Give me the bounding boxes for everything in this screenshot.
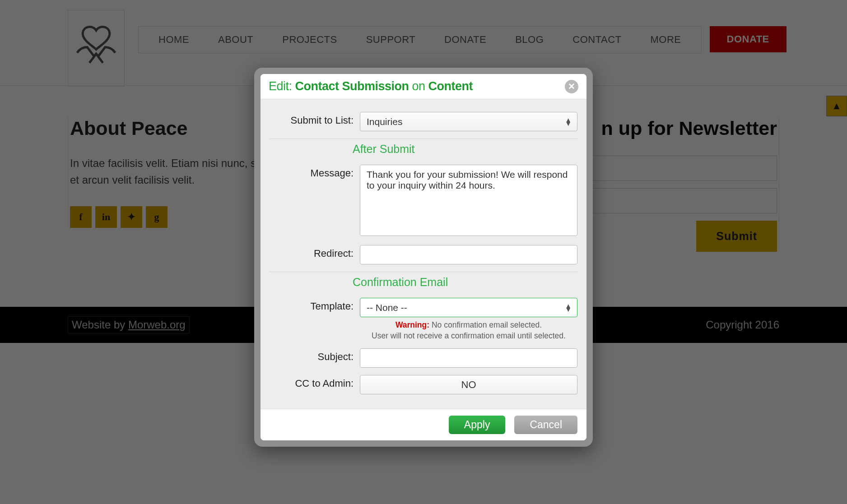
subject-input[interactable] [360,348,577,368]
close-icon[interactable]: ✕ [565,80,578,93]
template-value: -- None -- [367,302,407,313]
redirect-label: Redirect: [270,245,360,259]
submit-to-list-value: Inquiries [367,116,402,127]
cc-admin-toggle[interactable]: NO [360,375,577,394]
submit-to-list-select[interactable]: Inquiries ▲▼ [360,112,577,131]
apply-button[interactable]: Apply [449,416,506,434]
cc-admin-value: NO [461,379,476,391]
modal-footer: Apply Cancel [261,409,586,440]
modal-title: Edit: Contact Submission on Content [269,79,473,93]
template-warning: Warning: No confirmation email selected.… [360,320,577,341]
select-arrows-icon: ▲▼ [565,304,571,311]
template-select[interactable]: -- None -- ▲▼ [360,298,577,317]
confirmation-email-heading: Confirmation Email [353,276,577,289]
message-textarea[interactable] [360,165,577,236]
submit-to-list-label: Submit to List: [270,112,360,126]
subject-label: Subject: [270,348,360,363]
cancel-button[interactable]: Cancel [514,416,577,434]
edit-modal: Edit: Contact Submission on Content ✕ Su… [254,68,593,447]
modal-header: Edit: Contact Submission on Content ✕ [261,74,586,99]
select-arrows-icon: ▲▼ [565,118,571,125]
cc-admin-label: CC to Admin: [270,375,360,389]
message-label: Message: [270,165,360,179]
after-submit-heading: After Submit [353,143,577,156]
modal-body: Submit to List: Inquiries ▲▼ After Submi… [261,99,586,409]
template-label: Template: [270,298,360,312]
redirect-input[interactable] [360,245,577,264]
